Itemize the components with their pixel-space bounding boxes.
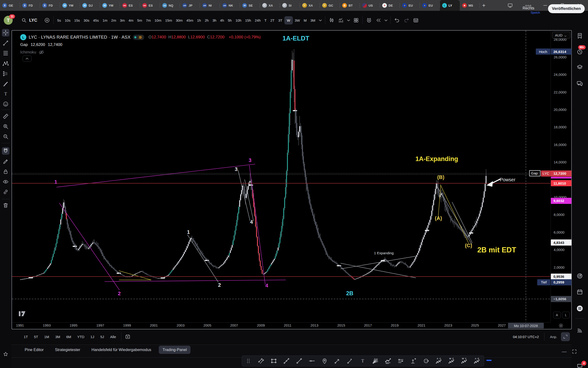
symbol-title[interactable]: LYC · LYNAS RARE EARTHS LIMITED · 1W · A… — [29, 35, 131, 40]
tool-fib-icon[interactable] — [2, 49, 9, 57]
browser-tab-de-19[interactable]: ✈DE — [380, 0, 400, 11]
timeframe-3W[interactable]: 3W — [293, 17, 302, 24]
adjust-label[interactable]: Anp. — [550, 335, 557, 339]
range-Alle[interactable]: Alle — [110, 335, 116, 339]
range-1J[interactable]: 1J — [91, 335, 94, 339]
timeframe-30s[interactable]: 30s — [82, 17, 91, 24]
tool-lock-icon[interactable] — [2, 168, 9, 175]
range-1T[interactable]: 1T — [24, 335, 28, 339]
draw-parallel-icon[interactable] — [395, 356, 407, 366]
data-mode-pill[interactable]: D — [133, 35, 144, 40]
panel-collapse-icon[interactable]: — — [561, 348, 568, 355]
tool-ruler-icon[interactable] — [2, 112, 9, 120]
browser-tab-eu-20[interactable]: ✦EU — [400, 0, 420, 11]
timeframe-3h[interactable]: 3h — [211, 17, 218, 24]
timeframe-7m[interactable]: 7m — [144, 17, 153, 24]
browser-tab-dj-4[interactable]: 30DJ — [80, 0, 100, 11]
draw-wave-wz-icon[interactable]: WZ — [445, 356, 458, 366]
symbol-search[interactable]: LYC — [21, 16, 37, 25]
browser-tab-ly-22[interactable]: LLY — [440, 0, 460, 11]
tool-star-icon[interactable] — [2, 350, 9, 358]
tool-emoji-icon[interactable] — [2, 100, 9, 108]
timeframe-45s[interactable]: 45s — [91, 17, 101, 24]
replay-icon[interactable] — [374, 16, 383, 25]
goto-date-icon[interactable] — [123, 332, 132, 341]
timeframe-4m[interactable]: 4m — [127, 17, 135, 24]
sidebar-apps-icon[interactable] — [576, 305, 583, 312]
auto-scale-button[interactable]: A — [553, 312, 561, 318]
range-5J[interactable]: 5J — [100, 335, 104, 339]
draw-recttool-icon[interactable] — [267, 356, 280, 366]
timeframe-5m[interactable]: 5m — [135, 17, 144, 24]
chart-widget[interactable] — [11, 30, 572, 329]
user-avatar[interactable]: T 11 — [4, 16, 13, 25]
sidebar-radar-icon[interactable] — [576, 272, 583, 279]
timeframe-2m[interactable]: 2m — [109, 17, 118, 24]
timeframe-30m[interactable]: 30m — [174, 17, 184, 24]
timeframe-1h[interactable]: 1h — [195, 17, 203, 24]
sidebar-broadcast-icon[interactable] — [576, 327, 583, 334]
panel-tab-handelsfeld-f-r-wiedergabemodus[interactable]: Handelsfeld für Wiedergabemodus — [91, 348, 151, 352]
timeframe-chevron-icon[interactable] — [317, 16, 323, 25]
indicators-chevron-icon[interactable] — [346, 16, 351, 25]
timeframe-15h[interactable]: 15h — [243, 17, 253, 24]
timeframe-1m[interactable]: 1m — [101, 17, 109, 24]
save-hint-link[interactable]: Speich — [531, 11, 540, 14]
browser-tab-fd-2[interactable]: XFD — [40, 0, 60, 11]
range-3M[interactable]: 3M — [55, 335, 60, 339]
sidebar-layers-icon[interactable] — [576, 64, 583, 71]
timeframe-3T[interactable]: 3T — [276, 17, 284, 24]
add-symbol-icon[interactable] — [42, 16, 52, 25]
panel-tab-strategietester[interactable]: Strategietester — [55, 348, 80, 352]
chart-style-icon[interactable] — [327, 16, 336, 25]
timeframe-T[interactable]: T — [263, 17, 268, 24]
eye-off-icon[interactable] — [39, 49, 44, 55]
currency-dropdown[interactable]: AUD — [552, 32, 570, 39]
draw-trendpt-icon[interactable] — [280, 356, 293, 366]
draw-wave-wy-icon[interactable]: WY — [458, 356, 471, 366]
browser-tab-bt-17[interactable]: BBT — [340, 0, 360, 11]
legend-collapse-button[interactable] — [23, 55, 32, 62]
tool-trash-icon[interactable] — [2, 202, 9, 209]
browser-tab-nk-11[interactable]: 225NK — [220, 0, 240, 11]
draw-arrowtool-icon[interactable] — [331, 356, 344, 366]
timeframe-45m[interactable]: 45m — [185, 17, 195, 24]
browser-tab-ym-5[interactable]: 30YM — [100, 0, 120, 11]
timeframe-24h[interactable]: 24h — [253, 17, 263, 24]
browser-tab-ge-0[interactable]: XGE — [0, 0, 20, 11]
sidebar-watchlist-icon[interactable] — [576, 32, 583, 39]
browser-tab-jp-9[interactable]: 225JP — [180, 0, 200, 11]
tool-crosshair-icon[interactable] — [2, 29, 9, 37]
browser-tab-ms-23[interactable]: ✱MS — [460, 0, 480, 11]
undo-icon[interactable] — [392, 16, 402, 25]
browser-tab-nq-8[interactable]: 100NQ — [160, 0, 180, 11]
resize-indicator[interactable] — [486, 360, 491, 361]
timeframe-5s[interactable]: 5s — [55, 17, 63, 24]
tool-magnet-icon[interactable] — [2, 147, 9, 155]
tool-eye-icon[interactable] — [2, 178, 9, 185]
timeframe-2T[interactable]: 2T — [268, 17, 276, 24]
browser-tab-gc-16[interactable]: ≡GC — [320, 0, 340, 11]
range-5T[interactable]: 5T — [34, 335, 38, 339]
tool-zoomout-icon[interactable] — [2, 133, 9, 140]
indicator-ichimoku-name[interactable]: Ichimoku — [20, 50, 36, 55]
range-YTD[interactable]: YTD — [77, 335, 84, 339]
panel-tab-pine-editor[interactable]: Pine Editor — [25, 348, 44, 352]
timeframe-15s[interactable]: 15s — [72, 17, 82, 24]
tool-edit-icon[interactable] — [2, 158, 9, 165]
cast-icon[interactable] — [505, 0, 516, 11]
new-tab-button[interactable]: + — [478, 0, 489, 11]
timeframe-3M[interactable]: 3M — [308, 17, 317, 24]
timeframe-10h[interactable]: 10h — [234, 17, 243, 24]
draw-hray-icon[interactable] — [306, 356, 318, 366]
browser-tab-us-18[interactable]: US — [360, 0, 380, 11]
tool-zoomin-icon[interactable] — [2, 123, 9, 130]
browser-tab-es-6[interactable]: 500ES — [120, 0, 140, 11]
draw-circtool-icon[interactable] — [420, 356, 432, 366]
indicator-gap-name[interactable]: Gap — [20, 42, 28, 47]
indicators-icon[interactable] — [336, 16, 346, 25]
panel-expand-icon[interactable] — [571, 348, 578, 355]
sidebar-calendar-icon[interactable] — [576, 288, 583, 295]
draw-arrowmark-icon[interactable] — [344, 356, 356, 366]
timeframe-3m[interactable]: 3m — [118, 17, 127, 24]
